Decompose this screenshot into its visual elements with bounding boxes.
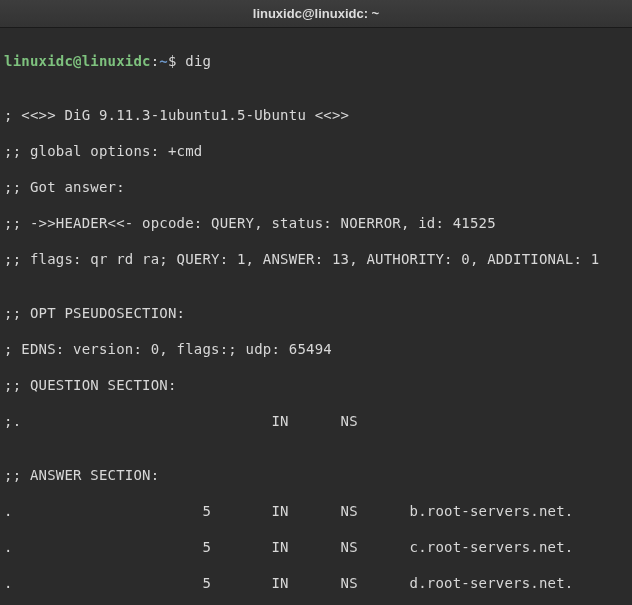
prompt-host: linuxidc (82, 53, 151, 69)
output-line: ;; global options: +cmd (4, 142, 628, 160)
command: dig (185, 53, 211, 69)
prompt-user: linuxidc (4, 53, 73, 69)
prompt-at: @ (73, 53, 82, 69)
window-title: linuxidc@linuxidc: ~ (0, 0, 632, 28)
prompt-path: ~ (159, 53, 168, 69)
output-line: ;; flags: qr rd ra; QUERY: 1, ANSWER: 13… (4, 250, 628, 268)
output-line: ;; ->>HEADER<<- opcode: QUERY, status: N… (4, 214, 628, 232)
output-line: ; <<>> DiG 9.11.3-1ubuntu1.5-Ubuntu <<>> (4, 106, 628, 124)
output-line: ;; OPT PSEUDOSECTION: (4, 304, 628, 322)
output-line: ; EDNS: version: 0, flags:; udp: 65494 (4, 340, 628, 358)
prompt-dollar: $ (168, 53, 185, 69)
answer-row: . 5 IN NS b.root-servers.net. (4, 502, 628, 520)
output-line: ;. IN NS (4, 412, 628, 430)
output-line: ;; QUESTION SECTION: (4, 376, 628, 394)
terminal-output[interactable]: linuxidc@linuxidc:~$ dig ; <<>> DiG 9.11… (0, 28, 632, 605)
answer-row: . 5 IN NS d.root-servers.net. (4, 574, 628, 592)
prompt-line: linuxidc@linuxidc:~$ dig (4, 52, 628, 70)
answer-row: . 5 IN NS c.root-servers.net. (4, 538, 628, 556)
output-line: ;; Got answer: (4, 178, 628, 196)
output-line: ;; ANSWER SECTION: (4, 466, 628, 484)
